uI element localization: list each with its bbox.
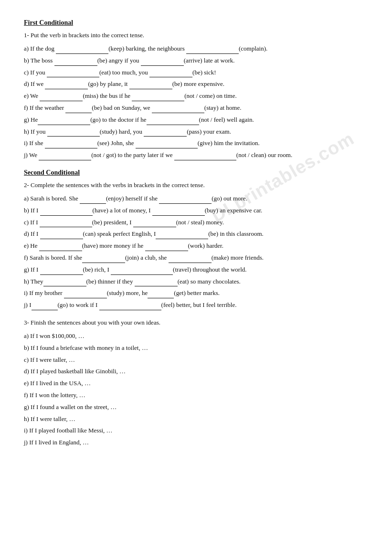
blank xyxy=(45,142,97,148)
list-item: e) He (have) more money if he (work) har… xyxy=(24,241,368,251)
blank xyxy=(65,106,92,113)
blank xyxy=(47,130,100,137)
blank xyxy=(132,95,184,101)
list-item: i) If she (see) John, she (give) him the… xyxy=(24,138,368,148)
blank xyxy=(38,118,90,125)
blank xyxy=(32,304,58,310)
list-item: j) I(go) to work if I (feel) better, but… xyxy=(24,300,368,310)
list-item: j) If I lived in England, … xyxy=(24,438,368,448)
list-item: e) We (miss) the bus if he (not / come) … xyxy=(24,91,368,101)
list-item: h) They(be) thinner if they (eat) so man… xyxy=(24,277,368,287)
list-item: b) If I found a briefcase with money in … xyxy=(24,343,368,353)
list-item: a) Sarah is bored. She (enjoy) herself i… xyxy=(24,194,368,204)
blank xyxy=(186,47,239,54)
blank xyxy=(64,292,107,298)
blank xyxy=(135,280,178,286)
blank xyxy=(43,280,86,286)
list-item: h) If you (study) hard, you (pass) your … xyxy=(24,127,368,137)
list-item: g) If I found a wallet on the street, … xyxy=(24,402,368,412)
page-content: First Conditional 1- Put the verb in bra… xyxy=(24,19,368,448)
first-conditional-section: First Conditional 1- Put the verb in bra… xyxy=(24,19,368,160)
blank xyxy=(174,154,236,160)
list-item: c) If you (eat) too much, you (be) sick! xyxy=(24,68,368,78)
blank xyxy=(80,197,106,204)
blank xyxy=(82,256,125,263)
blank xyxy=(148,292,174,298)
list-item: g) If I (be) rich, I (travel) throughout… xyxy=(24,265,368,275)
blank xyxy=(54,59,97,66)
blank xyxy=(147,118,199,125)
list-item: b) If I (have) a lot of money, I (buy) a… xyxy=(24,206,368,216)
blank xyxy=(152,106,204,113)
blank xyxy=(156,232,208,239)
first-conditional-title: First Conditional xyxy=(24,19,368,27)
blank xyxy=(45,83,88,89)
blank xyxy=(136,142,198,148)
list-item: d) If I played basketball like Ginobili,… xyxy=(24,367,368,377)
list-item: a) If the dog (keep) barking, the neighb… xyxy=(24,44,368,54)
blank xyxy=(133,221,176,227)
list-item: f) Sarah is bored. If she(join) a club, … xyxy=(24,253,368,263)
blank xyxy=(40,221,92,227)
blank xyxy=(39,154,91,160)
list-item: a) If I won $100,000, … xyxy=(24,331,368,341)
blank xyxy=(149,71,192,77)
list-item: b) The boss (be) angry if you (arrive) l… xyxy=(24,56,368,66)
list-item: d) If we (go) by plane, it (be) more exp… xyxy=(24,79,368,89)
exercise-2-list: a) Sarah is bored. She (enjoy) herself i… xyxy=(24,194,368,310)
blank xyxy=(144,130,187,137)
list-item: i) If my brother (study) more, he(get) b… xyxy=(24,288,368,298)
list-item: i) If I played football like Messi, … xyxy=(24,426,368,436)
blank xyxy=(141,59,184,66)
exercise-1-instruction: 1- Put the verb in brackets into the cor… xyxy=(24,32,368,39)
list-item: d) If I (can) speak perfect English, I(b… xyxy=(24,229,368,239)
blank xyxy=(152,209,205,216)
exercise-1-list: a) If the dog (keep) barking, the neighb… xyxy=(24,44,368,160)
blank xyxy=(47,71,99,77)
blank xyxy=(40,268,83,275)
blank xyxy=(169,256,212,263)
second-conditional-section: Second Conditional 2- Complete the sente… xyxy=(24,169,368,448)
exercise-2-instruction: 2- Complete the sentences with the verbs… xyxy=(24,181,368,189)
blank xyxy=(159,197,212,204)
blank xyxy=(99,304,161,310)
second-conditional-title: Second Conditional xyxy=(24,169,368,177)
list-item: f) If the weather (be) bad on Sunday, we… xyxy=(24,103,368,113)
blank xyxy=(129,83,172,89)
list-item: c) If I were taller, … xyxy=(24,355,368,365)
list-item: e) If I lived in the USA, … xyxy=(24,379,368,389)
blank xyxy=(56,47,108,54)
list-item: c) If I (be) president, I (not / steal) … xyxy=(24,218,368,228)
blank xyxy=(40,95,83,101)
blank xyxy=(39,244,82,251)
exercise-3-instruction: 3- Finish the sentences about you with y… xyxy=(24,319,368,326)
blank xyxy=(40,209,93,216)
blank xyxy=(111,268,173,275)
list-item: h) If I were taller, … xyxy=(24,414,368,424)
list-item: f) If I won the lottery, … xyxy=(24,390,368,400)
exercise-3-list: a) If I won $100,000, … b) If I found a … xyxy=(24,331,368,448)
list-item: g) He(go) to the doctor if he(not / feel… xyxy=(24,115,368,125)
list-item: j) We (not / got) to the party later if … xyxy=(24,150,368,160)
blank xyxy=(40,232,83,239)
blank xyxy=(145,244,188,251)
